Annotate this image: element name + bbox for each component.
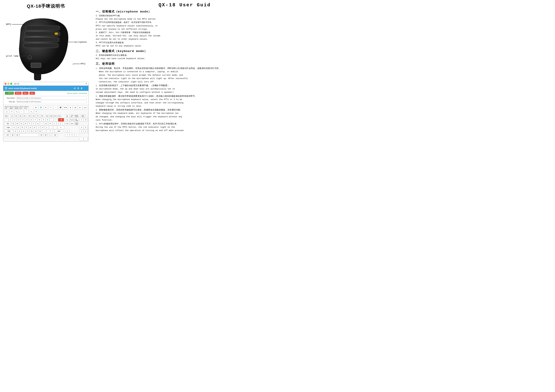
- 3-key[interactable]: 3: [17, 118, 21, 121]
- numpad-slash-key[interactable]: /: [85, 114, 89, 118]
- media-key-refresh[interactable]: ↺: [34, 110, 38, 114]
- media-key-stop[interactable]: ■: [73, 106, 77, 109]
- numlock-key[interactable]: NumLock: [80, 114, 85, 118]
- np8-key[interactable]: 8: [84, 118, 88, 121]
- e-key[interactable]: E: [20, 122, 23, 125]
- ctrl-left-key[interactable]: Ctrl: [5, 133, 11, 137]
- shift-left-key[interactable]: Shift: [5, 129, 13, 133]
- o-key[interactable]: O: [44, 122, 48, 125]
- backtick-key[interactable]: `: [5, 118, 8, 121]
- volp-button[interactable]: Vol+: [22, 92, 29, 95]
- 8-key[interactable]: 8: [37, 118, 41, 121]
- media-key-mouse-five[interactable]: MouseFive: [24, 106, 29, 109]
- media-key-skipback[interactable]: I◄◄: [83, 106, 87, 109]
- j-key[interactable]: J: [37, 126, 41, 129]
- rbracket-key[interactable]: ]: [57, 122, 60, 125]
- d-key[interactable]: D: [20, 126, 24, 129]
- media-key-play[interactable]: ►: [78, 106, 82, 109]
- media-key-music[interactable]: ♪: [53, 106, 58, 109]
- globe-icon[interactable]: 🌐: [84, 87, 87, 90]
- np0-key[interactable]: 0: [80, 137, 88, 141]
- break-key[interactable]: BreakPause: [74, 114, 79, 118]
- 6-key[interactable]: 6: [29, 118, 33, 121]
- k-key[interactable]: K: [41, 126, 45, 129]
- key-up-input[interactable]: [16, 100, 87, 103]
- menu-key[interactable]: ≡: [48, 133, 52, 137]
- np7-key[interactable]: 7: [80, 118, 83, 121]
- z-key[interactable]: Z: [14, 129, 17, 133]
- media-key-mouse-four[interactable]: MouseFour: [19, 106, 24, 109]
- backslash-key[interactable]: \: [61, 122, 64, 125]
- 2-key[interactable]: 2: [13, 118, 17, 121]
- pgup-key[interactable]: UpPage: [74, 118, 79, 121]
- media-key-zoom[interactable]: 🔍: [29, 110, 34, 114]
- t-key[interactable]: T: [28, 122, 31, 125]
- media-key-prev[interactable]: ◄◄: [63, 106, 67, 109]
- media-key-left-arrow[interactable]: ←: [19, 110, 24, 114]
- left-arrow-key[interactable]: <: [65, 133, 69, 136]
- u-key[interactable]: U: [36, 122, 40, 125]
- media-key-mouse-middle[interactable]: MouseMiddle: [15, 106, 19, 109]
- s-key[interactable]: S: [16, 126, 20, 129]
- x-key[interactable]: X: [18, 129, 21, 133]
- caps-key[interactable]: Caps: [5, 126, 12, 129]
- np6-key[interactable]: 6: [88, 126, 89, 129]
- f1-key[interactable]: F1: [10, 114, 14, 118]
- media-key-skipfwd[interactable]: ►I: [5, 110, 9, 114]
- esc-key[interactable]: Esc: [5, 114, 8, 118]
- w-key[interactable]: W: [15, 122, 19, 125]
- 9-key[interactable]: 9: [42, 118, 45, 121]
- space-key[interactable]: [20, 133, 39, 137]
- end-key[interactable]: End: [70, 122, 74, 125]
- media-key-back[interactable]: ◄: [68, 106, 73, 109]
- f12-key[interactable]: F12: [58, 114, 61, 118]
- quote-key[interactable]: ': [53, 126, 57, 129]
- q-key[interactable]: Q: [11, 122, 15, 125]
- media-key-mail[interactable]: ✉: [44, 106, 48, 109]
- enter-key[interactable]: ↵: [58, 126, 64, 129]
- 1-key[interactable]: 1: [9, 118, 13, 121]
- r-key[interactable]: R: [24, 122, 27, 125]
- media-key-cut[interactable]: ✂: [48, 106, 53, 109]
- f5-key[interactable]: F5: [28, 114, 31, 118]
- refresh-icon[interactable]: ↺: [74, 87, 76, 90]
- y-key[interactable]: Y: [32, 122, 36, 125]
- slash-key[interactable]: /: [51, 129, 54, 133]
- scrlck-key[interactable]: LockScr: [70, 114, 74, 118]
- m-key[interactable]: M: [38, 129, 42, 133]
- equal-key[interactable]: =: [54, 118, 58, 121]
- media-key-right-arrow[interactable]: →: [24, 110, 29, 114]
- media-key-search[interactable]: 🔍: [15, 110, 19, 114]
- v-key[interactable]: V: [26, 129, 29, 133]
- media-key-browser[interactable]: 🌐: [39, 106, 43, 109]
- f9-key[interactable]: F9: [45, 114, 49, 118]
- np3-key[interactable]: 3: [88, 129, 89, 133]
- semicolon-key[interactable]: ;: [49, 126, 53, 129]
- backspace-key[interactable]: ⌫: [58, 118, 64, 121]
- sw-minimize-button[interactable]: [7, 83, 9, 85]
- download-icon[interactable]: ⬇: [81, 87, 83, 90]
- 7-key[interactable]: 7: [33, 118, 37, 121]
- np-dot-key[interactable]: .: [88, 137, 89, 141]
- f2-key[interactable]: F2: [15, 114, 18, 118]
- f6-key[interactable]: F6: [32, 114, 36, 118]
- 0-key[interactable]: 0: [46, 118, 50, 121]
- media-key-mouse-right[interactable]: MouseRight: [9, 106, 14, 109]
- sw-maximize-button[interactable]: [10, 83, 12, 85]
- f-key[interactable]: F: [24, 126, 28, 129]
- h-key[interactable]: H: [33, 126, 37, 129]
- np4-key[interactable]: 4: [80, 126, 83, 129]
- l-key[interactable]: L: [45, 126, 49, 129]
- c-key[interactable]: C: [22, 129, 25, 133]
- np1-key[interactable]: 1: [80, 129, 83, 133]
- pgdn-key[interactable]: DownPage: [74, 122, 79, 125]
- a-key[interactable]: A: [12, 126, 16, 129]
- menu-icon[interactable]: ☰: [5, 87, 7, 90]
- sw-close-x[interactable]: ✕: [86, 83, 87, 85]
- period-key[interactable]: .: [46, 129, 50, 133]
- win-left-key[interactable]: ⊞: [11, 133, 15, 137]
- alt-left-key[interactable]: Alt: [15, 133, 20, 137]
- np9-key[interactable]: 9: [88, 118, 89, 121]
- 5-key[interactable]: 5: [25, 118, 29, 121]
- lbracket-key[interactable]: [: [52, 122, 56, 125]
